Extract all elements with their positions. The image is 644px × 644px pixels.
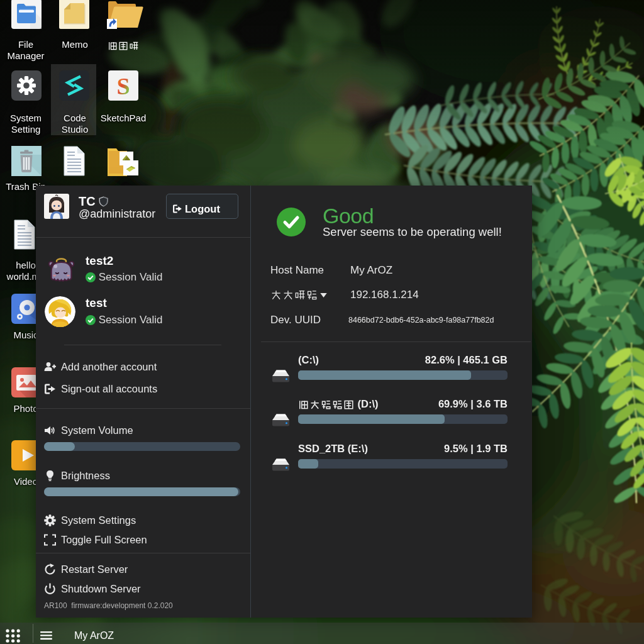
svg-text:S: S bbox=[116, 73, 130, 99]
